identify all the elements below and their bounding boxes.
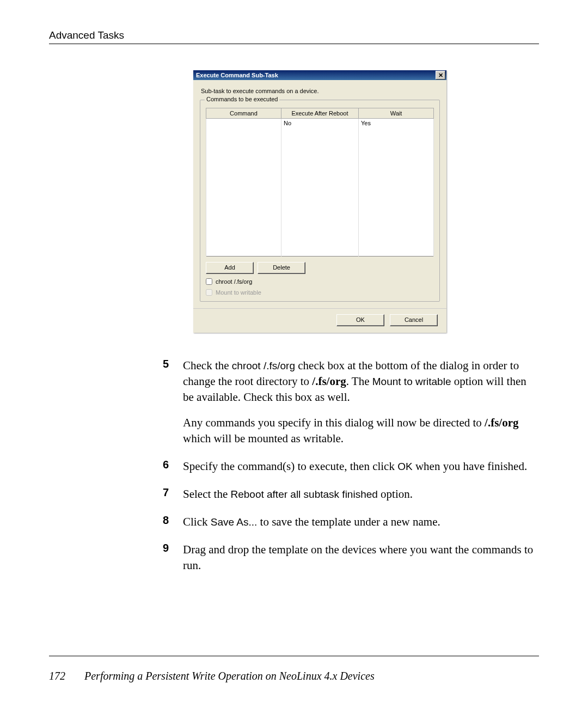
text: . The (346, 375, 372, 388)
dialog-title: Execute Command Sub-Task (196, 72, 278, 78)
text: Drag and drop the template on the device… (183, 542, 539, 573)
step-number: 8 (158, 514, 169, 530)
text: Any commands you specify in this dialog … (183, 416, 485, 429)
commands-groupbox: Commands to be executed Command Execute … (200, 100, 440, 302)
code-text: Reboot after all subtask finished (230, 489, 377, 500)
cancel-button[interactable]: Cancel (390, 314, 438, 326)
col-command[interactable]: Command (206, 108, 281, 119)
page-footer: 172 Performing a Persistent Write Operat… (49, 670, 375, 682)
commands-table: Command Execute After Reboot Wait No Yes (206, 108, 434, 257)
text: Check the (183, 359, 232, 372)
running-head: Advanced Tasks (49, 29, 539, 41)
bottom-rule (49, 656, 539, 656)
step-number: 5 (158, 358, 169, 447)
dialog-window: Execute Command Sub-Task ✕ Sub-task to e… (193, 70, 446, 333)
ok-button[interactable]: OK (336, 314, 384, 326)
mount-writable-checkbox: Mount to writable (206, 289, 434, 296)
add-button[interactable]: Add (206, 262, 254, 274)
dialog-description: Sub-task to execute commands on a device… (201, 88, 440, 94)
groupbox-legend: Commands to be executed (205, 96, 279, 102)
delete-button[interactable]: Delete (258, 262, 305, 274)
text: when you have finished. (413, 460, 528, 473)
step-number: 6 (158, 459, 169, 474)
text: Click (183, 515, 211, 528)
step-number: 9 (158, 542, 169, 573)
mount-writable-checkbox-label: Mount to writable (216, 289, 261, 296)
text: Specify the command(s) to execute, then … (183, 460, 397, 473)
text: to save the template under a new name. (257, 515, 440, 528)
text: which will be mounted as writable. (183, 432, 344, 445)
code-text: Mount to writable (372, 376, 451, 387)
step-7: 7 Select the Reboot after all subtask fi… (158, 486, 539, 502)
chroot-checkbox-label: chroot /.fs/org (216, 278, 252, 285)
cell-reboot[interactable]: No (281, 119, 358, 128)
step-8: 8 Click Save As... to save the template … (158, 514, 539, 530)
col-execute-after-reboot[interactable]: Execute After Reboot (281, 108, 358, 119)
chroot-checkbox[interactable]: chroot /.fs/org (206, 278, 434, 285)
page-number: 172 (49, 670, 82, 682)
mount-writable-checkbox-box (206, 289, 212, 296)
bold-text: /.fs/org (485, 416, 518, 429)
top-rule (49, 44, 539, 44)
step-number: 7 (158, 486, 169, 502)
col-wait[interactable]: Wait (359, 108, 434, 119)
code-text: chroot /.fs/org (232, 360, 295, 371)
cell-wait[interactable]: Yes (359, 119, 434, 128)
bold-text: /.fs/org (312, 375, 346, 388)
cell-command[interactable] (206, 119, 281, 128)
code-text: Save As... (211, 516, 258, 528)
text: option. (378, 487, 413, 501)
close-icon[interactable]: ✕ (436, 71, 445, 80)
dialog-figure: Execute Command Sub-Task ✕ Sub-task to e… (193, 70, 446, 333)
code-text: OK (397, 461, 412, 472)
step-9: 9 Drag and drop the template on the devi… (158, 542, 539, 573)
chroot-checkbox-box[interactable] (206, 278, 212, 285)
footer-title: Performing a Persistent Write Operation … (84, 670, 375, 682)
text: Select the (183, 487, 230, 501)
step-list: 5 Check the chroot /.fs/org check box at… (158, 358, 539, 573)
step-6: 6 Specify the command(s) to execute, the… (158, 459, 539, 474)
dialog-titlebar: Execute Command Sub-Task ✕ (193, 70, 446, 80)
table-row[interactable]: No Yes (206, 119, 434, 128)
step-5: 5 Check the chroot /.fs/org check box at… (158, 358, 539, 447)
